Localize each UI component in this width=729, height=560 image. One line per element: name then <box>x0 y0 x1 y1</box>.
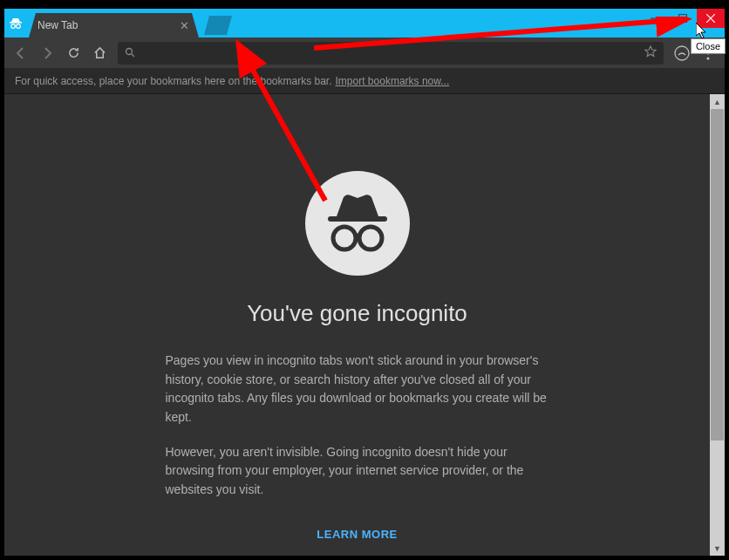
scrollbar-thumb[interactable] <box>711 109 724 440</box>
incognito-icon <box>305 171 410 276</box>
back-button[interactable] <box>10 42 32 65</box>
toolbar <box>4 38 725 68</box>
svg-rect-4 <box>679 15 687 23</box>
scroll-down-arrow-icon[interactable]: ▼ <box>710 541 725 556</box>
bookmarks-bar: For quick access, place your bookmarks h… <box>4 68 725 94</box>
svg-point-1 <box>11 24 16 28</box>
svg-line-8 <box>132 54 134 57</box>
content-wrapper: You've gone incognito Pages you view in … <box>4 94 725 556</box>
window-controls <box>641 9 725 28</box>
reload-button[interactable] <box>62 42 85 65</box>
close-tab-icon[interactable]: ✕ <box>178 19 190 31</box>
maximize-button[interactable] <box>669 9 697 28</box>
svg-point-12 <box>706 57 709 59</box>
incognito-indicator-icon <box>4 9 27 38</box>
svg-point-13 <box>305 171 410 276</box>
page-paragraph-1: Pages you view in incognito tabs won't s… <box>166 352 549 427</box>
svg-rect-0 <box>10 22 22 24</box>
close-window-button[interactable] <box>697 9 725 28</box>
svg-point-7 <box>126 48 133 54</box>
page-content: You've gone incognito Pages you view in … <box>4 94 710 556</box>
forward-button[interactable] <box>36 42 58 65</box>
search-icon <box>125 45 135 61</box>
vertical-scrollbar[interactable]: ▲ ▼ <box>710 94 725 556</box>
browser-tab[interactable]: New Tab ✕ <box>29 13 199 38</box>
bookmark-star-icon[interactable] <box>644 45 657 61</box>
svg-point-2 <box>17 24 21 28</box>
new-tab-button[interactable] <box>204 16 232 35</box>
address-input[interactable] <box>140 46 644 59</box>
home-button[interactable] <box>88 42 111 65</box>
minimize-button[interactable] <box>641 9 669 28</box>
page-paragraph-2: However, you aren't invisible. Going inc… <box>166 443 549 500</box>
page-heading: You've gone incognito <box>247 300 467 327</box>
close-tooltip: Close <box>691 38 726 54</box>
import-bookmarks-link[interactable]: Import bookmarks now... <box>336 75 450 87</box>
browser-window: New Tab ✕ <box>4 9 725 556</box>
titlebar: New Tab ✕ <box>4 9 725 38</box>
learn-more-link[interactable]: LEARN MORE <box>317 528 397 541</box>
address-bar[interactable] <box>118 42 664 65</box>
svg-rect-14 <box>328 216 387 222</box>
scroll-up-arrow-icon[interactable]: ▲ <box>710 94 725 109</box>
tab-title: New Tab <box>37 19 178 31</box>
bookmarks-hint: For quick access, place your bookmarks h… <box>15 75 332 87</box>
